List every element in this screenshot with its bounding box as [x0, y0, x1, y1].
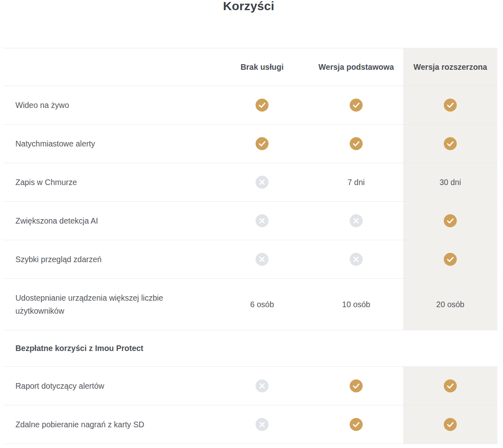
- cross-icon: [256, 176, 269, 189]
- value-cell: [403, 86, 497, 124]
- value-text: 30 dni: [439, 178, 461, 187]
- table-row: Wideo na żywo: [3, 86, 497, 125]
- value-text: 6 osób: [250, 300, 274, 309]
- column-header-brak-uslugi: Brak usługi: [215, 48, 309, 86]
- value-cell: [215, 367, 309, 405]
- value-cell: 6 osób: [215, 279, 309, 330]
- value-cell: [215, 125, 309, 163]
- cross-icon: [350, 214, 363, 227]
- feature-label: Zwiększona detekcja AI: [3, 202, 215, 240]
- cross-icon: [256, 418, 269, 431]
- value-cell: [403, 240, 497, 278]
- value-cell: [215, 240, 309, 278]
- value-cell: [215, 86, 309, 124]
- check-icon: [444, 253, 457, 266]
- feature-label: Raport dotyczący alertów: [3, 367, 215, 405]
- value-cell: [403, 125, 497, 163]
- value-cell: [403, 202, 497, 240]
- section-header-row: Bezpłatne korzyści z Imou Protect: [3, 330, 497, 367]
- feature-label: Udostepnianie urządzenia większej liczbi…: [3, 279, 215, 330]
- cross-icon: [256, 214, 269, 227]
- value-cell: [215, 405, 309, 444]
- cross-icon: [256, 379, 269, 392]
- table-row: Zapis w Chmurze7 dni30 dni: [3, 163, 497, 202]
- feature-label: Zdalne pobieranie nagrań z karty SD: [3, 405, 215, 444]
- value-cell: 10 osób: [309, 279, 403, 330]
- value-text: 10 osób: [342, 300, 370, 309]
- column-header-wersja-rozszerzona: Wersja rozszerzona: [403, 48, 497, 86]
- value-cell: [309, 405, 403, 444]
- table-header-row: Brak usługi Wersja podstawowa Wersja roz…: [3, 48, 497, 86]
- value-cell: [309, 125, 403, 163]
- page-title: Korzyści: [0, 0, 497, 13]
- value-cell: [215, 202, 309, 240]
- feature-label: Wideo na żywo: [3, 86, 215, 124]
- header-spacer-cell: [3, 48, 215, 86]
- benefits-comparison-table: Brak usługi Wersja podstawowa Wersja roz…: [3, 48, 497, 444]
- check-icon: [350, 137, 363, 150]
- table-row: Udostepnianie urządzenia większej liczbi…: [3, 279, 497, 330]
- table-body: Wideo na żywoNatychmiastowe alertyZapis …: [3, 86, 497, 444]
- value-cell: [309, 202, 403, 240]
- cross-icon: [350, 253, 363, 266]
- value-text: 7 dni: [348, 178, 365, 187]
- column-header-wersja-podstawowa: Wersja podstawowa: [309, 48, 403, 86]
- feature-label: Zapis w Chmurze: [3, 163, 215, 201]
- table-row: Raport dotyczący alertów: [3, 367, 497, 405]
- check-icon: [256, 137, 269, 150]
- value-cell: [309, 86, 403, 124]
- check-icon: [350, 379, 363, 392]
- value-cell: 7 dni: [309, 163, 403, 201]
- section-title: Bezpłatne korzyści z Imou Protect: [3, 344, 143, 353]
- table-row: Natychmiastowe alerty: [3, 125, 497, 163]
- cross-icon: [256, 253, 269, 266]
- table-row: Zdalne pobieranie nagrań z karty SD: [3, 405, 497, 444]
- table-row: Szybki przegląd zdarzeń: [3, 240, 497, 279]
- value-cell: [215, 163, 309, 201]
- check-icon: [350, 418, 363, 431]
- value-cell: [403, 367, 497, 405]
- feature-label: Natychmiastowe alerty: [3, 125, 215, 163]
- value-cell: [403, 405, 497, 444]
- check-icon: [256, 99, 269, 112]
- table-row: Zwiększona detekcja AI: [3, 202, 497, 240]
- check-icon: [444, 379, 457, 392]
- value-cell: 20 osób: [403, 279, 497, 330]
- check-icon: [350, 99, 363, 112]
- value-cell: 30 dni: [403, 163, 497, 201]
- check-icon: [444, 137, 457, 150]
- check-icon: [444, 214, 457, 227]
- value-cell: [309, 367, 403, 405]
- check-icon: [444, 418, 457, 431]
- value-text: 20 osób: [436, 300, 464, 309]
- value-cell: [309, 240, 403, 278]
- feature-label: Szybki przegląd zdarzeń: [3, 240, 215, 278]
- check-icon: [444, 99, 457, 112]
